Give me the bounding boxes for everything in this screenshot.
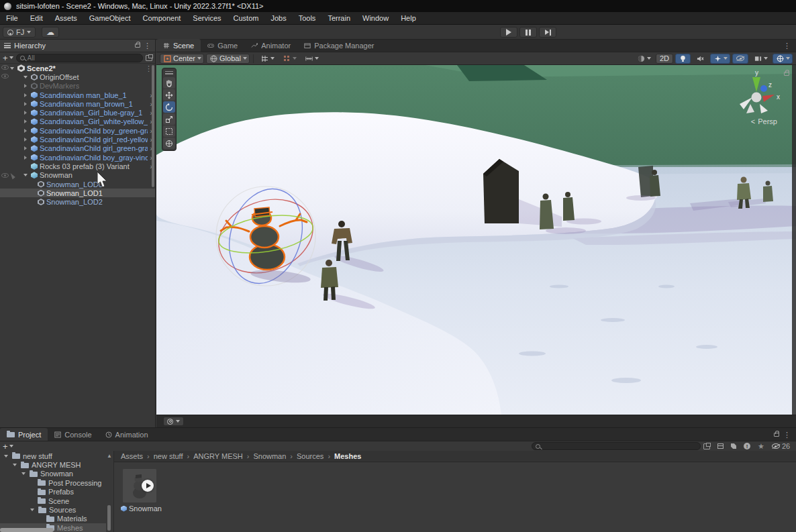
menu-help[interactable]: Help bbox=[395, 12, 422, 24]
horizontal-scrollbar[interactable] bbox=[0, 528, 54, 532]
hierarchy-header[interactable]: Hierarchy ⋮ bbox=[0, 40, 155, 52]
hierarchy-item[interactable]: Snowman_LOD2 bbox=[0, 197, 155, 206]
breadcrumb-item[interactable]: new stuff bbox=[154, 452, 183, 460]
menu-file[interactable]: File bbox=[0, 12, 24, 24]
snap-settings-dropdown[interactable] bbox=[301, 54, 321, 64]
kebab-menu-icon[interactable]: ⋮ bbox=[783, 42, 791, 49]
foldout-open-icon[interactable] bbox=[13, 464, 17, 466]
scene-audio-toggle[interactable] bbox=[693, 54, 708, 64]
foldout-closed-icon[interactable] bbox=[24, 84, 27, 88]
2d-toggle[interactable]: 2D bbox=[656, 54, 673, 64]
asset-label[interactable]: Snowman bbox=[121, 504, 162, 513]
cloud-services-button[interactable]: ☁ bbox=[42, 27, 59, 38]
folder-tree-scrollbar[interactable] bbox=[107, 505, 111, 531]
hierarchy-item[interactable]: Snowman bbox=[0, 171, 155, 180]
asset-grid[interactable]: Snowman bbox=[114, 462, 796, 532]
hierarchy-search-input[interactable] bbox=[28, 54, 139, 62]
hierarchy-item[interactable]: ScandinavianChild boy_gray-vinc › bbox=[0, 153, 155, 162]
scene-lighting-toggle[interactable] bbox=[675, 54, 691, 64]
title-bar[interactable]: sitsim-lofoten - Scene2 - Windows, Mac, … bbox=[0, 0, 796, 12]
menu-services[interactable]: Services bbox=[187, 12, 227, 24]
hierarchy-item[interactable]: ScandinavianChild girl_green-gra › bbox=[0, 144, 155, 153]
folder-row[interactable]: Prefabs bbox=[0, 488, 106, 496]
foldout-closed-icon[interactable] bbox=[24, 138, 27, 142]
scene-visibility-toggle[interactable] bbox=[732, 54, 748, 64]
menu-assets[interactable]: Assets bbox=[49, 12, 83, 24]
menu-component[interactable]: Component bbox=[136, 12, 187, 24]
hierarchy-item[interactable]: ScandinavianChild girl_red-yellow › bbox=[0, 135, 155, 144]
axis-y-label[interactable]: y bbox=[755, 69, 758, 76]
tab-scene[interactable]: Scene bbox=[156, 39, 201, 52]
project-search-field[interactable] bbox=[532, 442, 701, 450]
hierarchy-item[interactable]: Scandinavian man_brown_1 › bbox=[0, 99, 155, 108]
folder-row[interactable]: Scene bbox=[0, 496, 106, 505]
open-search-window-icon[interactable] bbox=[146, 55, 152, 61]
orientation-gizmo[interactable]: y z x bbox=[730, 69, 781, 120]
hierarchy-item[interactable]: Scandinavian man_blue_1 › bbox=[0, 91, 155, 99]
breadcrumb-item[interactable]: Assets bbox=[121, 452, 143, 460]
scene-viewport[interactable]: y z x < Persp bbox=[156, 65, 796, 415]
open-search-window-icon[interactable] bbox=[703, 443, 710, 449]
hierarchy-item[interactable]: OriginOffset bbox=[0, 72, 155, 81]
pickability-toggle-icon[interactable] bbox=[11, 172, 16, 179]
foldout-open-icon[interactable] bbox=[10, 67, 14, 70]
menu-window[interactable]: Window bbox=[356, 12, 395, 24]
camera-settings-dropdown[interactable] bbox=[163, 417, 184, 426]
tab-game[interactable]: Game bbox=[201, 39, 244, 52]
handle-orientation-dropdown[interactable]: Global bbox=[206, 54, 250, 64]
tab-project[interactable]: Project bbox=[0, 428, 48, 441]
hierarchy-item[interactable]: Snowman_LOD0 bbox=[0, 180, 155, 189]
gizmo-lock-icon[interactable] bbox=[784, 72, 789, 76]
hierarchy-scene-row[interactable]: Scene2* ⋮ bbox=[0, 64, 155, 72]
rect-tool-button[interactable] bbox=[163, 125, 175, 137]
folder-row[interactable]: ANGRY MESH bbox=[0, 460, 106, 469]
menu-custom[interactable]: Custom bbox=[228, 12, 265, 24]
label-filter-icon[interactable] bbox=[731, 443, 736, 449]
grid-snap-dropdown[interactable] bbox=[257, 54, 277, 64]
scroll-up-icon[interactable]: ▲ bbox=[107, 453, 112, 459]
scale-tool-button[interactable] bbox=[163, 113, 175, 125]
projection-label[interactable]: < Persp bbox=[751, 117, 777, 125]
folder-row[interactable]: Materials bbox=[0, 515, 106, 523]
tab-console[interactable]: Console bbox=[48, 428, 98, 441]
visibility-toggle-icon[interactable] bbox=[1, 74, 9, 78]
breadcrumb-item[interactable]: Sources bbox=[297, 452, 324, 460]
kebab-menu-icon[interactable]: ⋮ bbox=[144, 42, 151, 49]
foldout-open-icon[interactable] bbox=[21, 472, 26, 475]
overlays-dropdown[interactable] bbox=[750, 54, 770, 64]
favorites-icon[interactable]: ★ bbox=[758, 442, 764, 451]
axis-x-label[interactable]: x bbox=[777, 93, 780, 101]
gizmos-dropdown[interactable] bbox=[773, 54, 793, 64]
transform-tool-button[interactable] bbox=[163, 138, 175, 149]
tab-animator[interactable]: Animator bbox=[244, 39, 297, 52]
menu-tools[interactable]: Tools bbox=[293, 12, 322, 24]
drag-handle-icon[interactable] bbox=[165, 71, 173, 74]
foldout-closed-icon[interactable] bbox=[24, 93, 27, 97]
account-dropdown[interactable]: FJ bbox=[3, 27, 36, 38]
project-search-input[interactable] bbox=[543, 443, 697, 450]
foldout-closed-icon[interactable] bbox=[24, 129, 27, 133]
axis-z-label[interactable]: z bbox=[768, 81, 772, 89]
rotate-tool-button[interactable] bbox=[163, 101, 175, 113]
hierarchy-item[interactable]: Scandinavian_Girl_white-yellow_ › bbox=[0, 117, 155, 126]
hierarchy-search-field[interactable] bbox=[16, 54, 143, 62]
create-button[interactable]: + bbox=[3, 54, 13, 62]
create-asset-button[interactable]: + bbox=[3, 443, 13, 450]
foldout-closed-icon[interactable] bbox=[24, 156, 27, 160]
play-button[interactable] bbox=[500, 27, 517, 38]
foldout-closed-icon[interactable] bbox=[24, 146, 27, 150]
visibility-toggle-icon[interactable] bbox=[1, 173, 9, 178]
shading-mode-dropdown[interactable] bbox=[634, 54, 654, 64]
foldout-closed-icon[interactable] bbox=[24, 102, 27, 106]
scene-effects-dropdown[interactable] bbox=[710, 54, 730, 64]
folder-row[interactable]: Snowman bbox=[0, 470, 106, 478]
scene-visibility-icon[interactable] bbox=[1, 65, 9, 70]
hierarchy-scrollbar[interactable] bbox=[152, 65, 154, 187]
foldout-open-icon[interactable] bbox=[23, 174, 28, 176]
tab-package-manager[interactable]: Package Manager bbox=[297, 39, 381, 52]
foldout-open-icon[interactable] bbox=[30, 509, 34, 511]
foldout-closed-icon[interactable] bbox=[24, 119, 27, 123]
menu-gameobject[interactable]: GameObject bbox=[83, 12, 137, 24]
breadcrumb-item[interactable]: ANGRY MESH bbox=[193, 452, 243, 460]
increment-snap-dropdown[interactable] bbox=[279, 54, 299, 64]
